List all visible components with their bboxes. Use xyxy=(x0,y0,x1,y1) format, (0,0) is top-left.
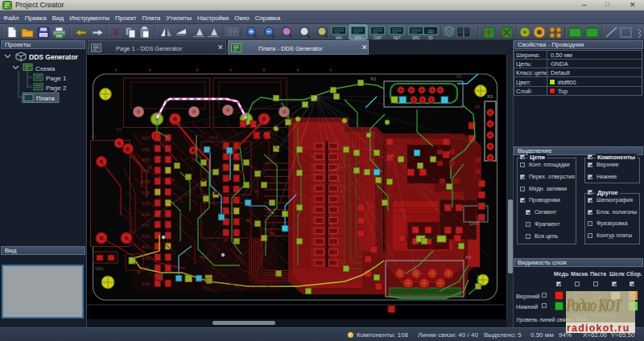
svg-text:K3: K3 xyxy=(90,134,97,139)
svg-text:Page 1: Page 1 xyxy=(46,75,67,82)
svg-text:R5: R5 xyxy=(475,105,481,109)
svg-text:3D: 3D xyxy=(428,36,434,40)
svg-text:X1: X1 xyxy=(370,76,377,81)
svg-text:DRC: DRC xyxy=(412,36,420,40)
svg-text:Схема: Схема xyxy=(35,65,56,72)
svg-text:Плата: Плата xyxy=(36,95,55,102)
svg-text:X2: X2 xyxy=(465,255,472,260)
svg-text:K5: K5 xyxy=(116,127,122,132)
svg-text:SPV: SPV xyxy=(354,36,361,40)
svg-text:MIN: MIN xyxy=(336,36,342,40)
svg-text:NET: NET xyxy=(394,36,401,40)
svg-text:VD1: VD1 xyxy=(95,266,104,271)
svg-text:3D: 3D xyxy=(427,29,434,34)
svg-text:+: + xyxy=(250,28,254,35)
svg-text:DA4: DA4 xyxy=(469,221,478,226)
svg-text:X6: X6 xyxy=(456,74,462,79)
svg-text:−: − xyxy=(267,28,271,35)
svg-text:X3: X3 xyxy=(487,94,493,99)
svg-text:Page 2: Page 2 xyxy=(46,84,67,92)
svg-text:CMP: CMP xyxy=(374,36,382,40)
svg-text:DDS Generator: DDS Generator xyxy=(29,53,79,61)
